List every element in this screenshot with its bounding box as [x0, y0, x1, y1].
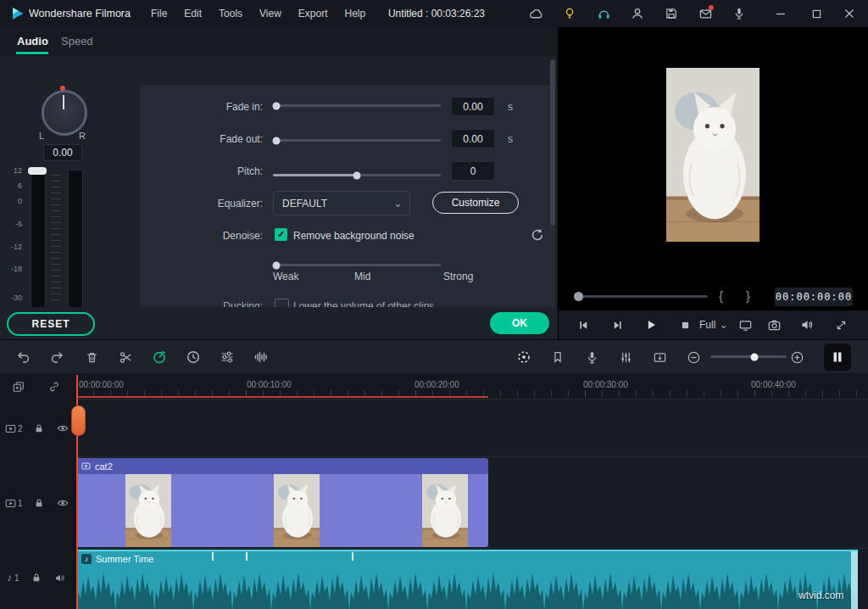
fade-out-slider[interactable]: [273, 139, 441, 142]
fade-out-value[interactable]: 0.00: [451, 129, 495, 148]
pitch-value[interactable]: 0: [451, 161, 495, 181]
tab-speed[interactable]: Speed: [61, 35, 93, 47]
volume-slider-handle[interactable]: [28, 167, 47, 175]
support-headset-icon[interactable]: [593, 3, 614, 24]
dual-display-icon[interactable]: [734, 314, 756, 336]
lock-icon[interactable]: [31, 573, 42, 583]
manage-tracks-icon[interactable]: [10, 378, 27, 395]
audio-clip-summer-time[interactable]: ♪ Summer Time: [76, 550, 858, 609]
voiceover-button[interactable]: [580, 345, 604, 369]
eye-icon[interactable]: [57, 422, 69, 434]
fade-out-label: Fade out:: [153, 133, 263, 145]
record-voiceover-icon[interactable]: [729, 3, 749, 24]
menu-edit[interactable]: Edit: [175, 8, 210, 20]
preview-seekbar[interactable]: [579, 295, 708, 298]
cloud-icon[interactable]: [526, 3, 546, 24]
video-clip-cat2[interactable]: cat2: [76, 458, 488, 547]
redo-button[interactable]: [45, 345, 69, 369]
preview-seek-handle[interactable]: [574, 292, 583, 301]
meter-scale-m18: -18: [2, 265, 22, 273]
stop-button[interactable]: [674, 314, 696, 336]
tab-audio[interactable]: Audio: [17, 35, 48, 47]
menu-view[interactable]: View: [251, 8, 290, 20]
fade-in-slider-handle[interactable]: [273, 102, 281, 109]
zoom-out-button[interactable]: [682, 345, 705, 369]
ai-bulb-icon[interactable]: [559, 3, 580, 24]
timeline-ruler[interactable]: 00:00:00:00 00:00:10:00 00:00:20:00 00:0…: [76, 373, 868, 399]
play-button[interactable]: [640, 314, 662, 336]
ruler-label-40: 00:00:40:00: [751, 380, 796, 389]
fade-out-unit: s: [508, 133, 513, 145]
step-forward-button[interactable]: [606, 314, 628, 336]
audio-clip-right-handle[interactable]: [851, 551, 858, 609]
track-number: 2: [18, 424, 23, 433]
minimize-button[interactable]: [768, 0, 793, 27]
beat-marker: [212, 552, 214, 561]
panel-scrollbar[interactable]: [550, 59, 555, 226]
fullscreen-icon[interactable]: [830, 314, 852, 336]
ruler-label-10: 00:00:10:00: [247, 380, 292, 389]
ducking-checkbox-label[interactable]: Lower the volume of other clips: [293, 300, 434, 307]
mute-speaker-icon[interactable]: [54, 573, 65, 584]
pitch-label: Pitch:: [153, 165, 263, 177]
menu-help[interactable]: Help: [337, 8, 375, 20]
undo-button[interactable]: [12, 345, 36, 369]
zoom-mode-dropdown[interactable]: Full ⌄: [699, 314, 728, 336]
denoise-reset-icon[interactable]: [528, 226, 547, 244]
speed-ramping-button[interactable]: [147, 345, 171, 369]
export-frame-button[interactable]: [648, 345, 671, 369]
customize-button[interactable]: Customize: [432, 192, 519, 214]
motion-tracking-button[interactable]: [512, 345, 536, 369]
denoise-checkbox[interactable]: ✓: [275, 228, 287, 241]
prev-frame-button[interactable]: [572, 314, 594, 336]
meter-scale-0: 0: [2, 197, 22, 205]
duration-clock-button[interactable]: [181, 345, 205, 369]
menu-tools[interactable]: Tools: [210, 8, 251, 20]
audio-mixer-button[interactable]: [614, 345, 637, 369]
messages-icon[interactable]: [695, 3, 715, 24]
menu-file[interactable]: File: [142, 8, 175, 20]
timeline-toolbar: [0, 339, 868, 375]
fade-in-value[interactable]: 0.00: [451, 97, 495, 116]
fade-in-slider[interactable]: [273, 104, 441, 107]
pitch-slider[interactable]: [273, 174, 441, 176]
ducking-checkbox[interactable]: [275, 299, 289, 307]
delete-button[interactable]: [80, 345, 103, 369]
denoise-strength-handle[interactable]: [273, 261, 281, 269]
tab-audio-underline: [16, 52, 48, 54]
link-clips-icon[interactable]: [46, 378, 63, 395]
equalizer-dropdown[interactable]: DEFAULT ⌄: [273, 191, 410, 215]
marker-button[interactable]: [546, 345, 570, 369]
lock-icon[interactable]: [34, 423, 44, 433]
fade-out-slider-handle[interactable]: [273, 137, 281, 144]
snapshot-camera-icon[interactable]: [763, 314, 785, 336]
denoise-strength-slider[interactable]: [273, 264, 441, 266]
menu-export[interactable]: Export: [290, 8, 337, 20]
video-track-icon: [5, 423, 16, 434]
save-project-icon[interactable]: [661, 3, 682, 24]
audio-wave-button[interactable]: [249, 345, 273, 369]
denoise-checkbox-label[interactable]: Remove background noise: [293, 230, 415, 242]
account-icon[interactable]: [627, 3, 648, 24]
timeline-zoom-handle[interactable]: [751, 353, 759, 360]
maximize-button[interactable]: [804, 0, 829, 27]
ok-button[interactable]: OK: [490, 312, 549, 334]
playhead-handle[interactable]: [71, 405, 86, 436]
zoom-in-button[interactable]: [785, 345, 809, 369]
close-button[interactable]: [836, 0, 863, 27]
pitch-slider-handle[interactable]: [353, 171, 361, 179]
video-lane-2[interactable]: [76, 399, 868, 456]
reset-button[interactable]: RESET: [7, 312, 95, 336]
timeline-zoom-slider[interactable]: [710, 355, 787, 358]
lock-icon[interactable]: [34, 498, 44, 508]
layout-panes-button[interactable]: [824, 344, 851, 371]
render-indicator-line: [76, 396, 488, 398]
volume-slider-bar[interactable]: [31, 170, 46, 307]
eye-icon[interactable]: [57, 497, 69, 509]
mark-in-icon[interactable]: {: [719, 288, 723, 303]
split-scissors-button[interactable]: [114, 345, 137, 369]
balance-knob[interactable]: [42, 90, 87, 136]
mark-out-icon[interactable]: }: [746, 288, 750, 303]
adjust-sliders-button[interactable]: [215, 345, 239, 369]
volume-icon[interactable]: [796, 314, 818, 336]
